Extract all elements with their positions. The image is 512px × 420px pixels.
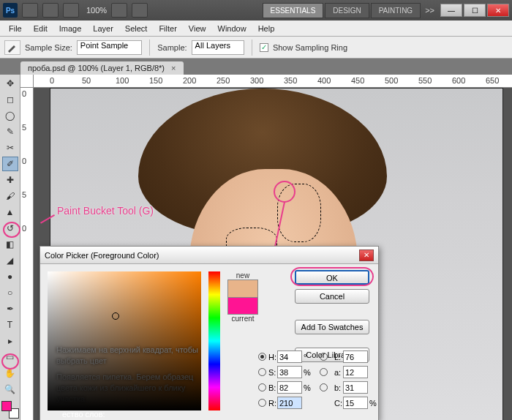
s-input[interactable] — [277, 366, 302, 378]
document-tab[interactable]: проба.psd @ 100% (Layer 1, RGB/8*) × — [20, 61, 184, 75]
color-field[interactable]: Нажимаем на верхний квадрат, чтобы выбра… — [48, 271, 201, 410]
zoom-level[interactable]: 100% — [86, 6, 107, 15]
ok-button[interactable]: OK — [295, 270, 369, 285]
ruler-vertical: 0 5 0 5 0 — [20, 88, 34, 420]
b2-radio[interactable] — [320, 383, 328, 391]
menu-help[interactable]: Help — [252, 22, 281, 35]
h-input[interactable] — [277, 350, 302, 363]
workspace-painting[interactable]: PAINTING — [371, 3, 421, 18]
divider — [252, 40, 252, 56]
add-swatches-button[interactable]: Add To Swatches — [295, 320, 369, 334]
brush-tool[interactable]: 🖌 — [2, 189, 18, 203]
dialog-title: Color Picker (Foreground Color) — [45, 251, 159, 260]
menu-bar: File Edit Image Layer Select Filter View… — [0, 20, 512, 37]
workspace-more-icon[interactable]: >> — [425, 6, 434, 15]
r-radio[interactable] — [258, 399, 266, 407]
menu-filter[interactable]: Filter — [153, 22, 182, 35]
s-radio[interactable] — [258, 368, 266, 376]
workspace-essentials[interactable]: ESSENTIALS — [263, 3, 324, 18]
eyedropper-icon[interactable] — [4, 40, 20, 55]
a-radio[interactable] — [320, 368, 328, 376]
color-field-cursor[interactable] — [112, 312, 119, 320]
sample-layers-select[interactable]: All Layers — [192, 40, 244, 55]
dialog-close-button[interactable]: ✕ — [359, 250, 374, 261]
b-input[interactable] — [277, 381, 302, 394]
status-fragment: ество слов: — [62, 410, 105, 419]
close-button[interactable]: ✕ — [487, 4, 509, 17]
hue-slider[interactable] — [208, 271, 220, 410]
cancel-button[interactable]: Cancel — [295, 289, 369, 304]
screen-mode-icon[interactable] — [132, 3, 148, 18]
menu-file[interactable]: File — [3, 22, 28, 35]
document-tab-bar: проба.psd @ 100% (Layer 1, RGB/8*) × — [0, 59, 512, 75]
current-label: current — [231, 315, 254, 323]
path-select-tool[interactable]: ▸ — [2, 334, 18, 348]
divider — [149, 40, 150, 56]
move-tool[interactable]: ✥ — [2, 76, 18, 91]
menu-image[interactable]: Image — [53, 22, 88, 35]
menu-select[interactable]: Select — [119, 22, 154, 35]
b2-input[interactable] — [343, 381, 368, 394]
marquee-tool[interactable]: ◻ — [2, 92, 18, 107]
view-extras-icon[interactable] — [63, 3, 79, 18]
color-swatches[interactable] — [1, 401, 19, 419]
minimize-button[interactable]: — — [440, 4, 462, 17]
dialog-titlebar[interactable]: Color Picker (Foreground Color) ✕ — [40, 247, 378, 264]
menu-edit[interactable]: Edit — [28, 22, 53, 35]
annotation-overlay: Нажимаем на верхний квадрат, чтобы выбра… — [56, 345, 207, 405]
history-brush-tool[interactable]: ↺ — [2, 221, 18, 236]
current-color-swatch[interactable] — [227, 297, 258, 315]
zoom-tool[interactable]: 🔍 — [2, 382, 18, 397]
ruler-horizontal: 0 50 100 150 200 250 300 350 400 450 500… — [34, 75, 512, 88]
workspace-design[interactable]: DESIGN — [325, 3, 369, 18]
dodge-tool[interactable]: ○ — [2, 285, 18, 300]
shape-tool[interactable]: ▭ — [2, 350, 18, 364]
b-radio[interactable] — [258, 383, 266, 391]
quick-select-tool[interactable]: ✎ — [2, 124, 18, 139]
paint-bucket-tool[interactable]: ◢ — [2, 253, 18, 268]
dialog-button-stack: OK Cancel Add To Swatches Color Librarie… — [295, 270, 369, 362]
mini-bridge-icon[interactable] — [42, 3, 59, 18]
stamp-tool[interactable]: ▲ — [2, 205, 18, 220]
eraser-tool[interactable]: ◧ — [2, 237, 18, 252]
pen-tool[interactable]: ✒ — [2, 301, 18, 316]
c-input[interactable] — [343, 397, 368, 409]
document-title: проба.psd @ 100% (Layer 1, RGB/8*) — [28, 64, 165, 72]
ruler-corner — [20, 75, 34, 88]
menu-window[interactable]: Window — [212, 22, 252, 35]
app-titlebar: Ps 100% ESSENTIALS DESIGN PAINTING >> — … — [0, 0, 512, 20]
foreground-color-swatch[interactable] — [1, 401, 12, 411]
type-tool[interactable]: T — [2, 318, 18, 332]
arrange-icon[interactable] — [111, 3, 127, 18]
annotation-label: Paint Bucket Tool (G) — [57, 205, 154, 217]
close-tab-icon[interactable]: × — [171, 64, 176, 72]
sample-label: Sample: — [157, 43, 187, 52]
healing-tool[interactable]: ✚ — [2, 173, 18, 187]
menu-view[interactable]: View — [183, 22, 212, 35]
lasso-tool[interactable]: ◯ — [2, 108, 18, 123]
sample-size-select[interactable]: Point Sample — [77, 40, 142, 55]
l-input[interactable] — [343, 350, 368, 363]
new-label: new — [236, 271, 249, 280]
sample-size-label: Sample Size: — [25, 43, 72, 52]
show-sampling-ring-label: Show Sampling Ring — [273, 43, 347, 52]
bridge-icon[interactable] — [22, 3, 38, 18]
new-color-swatch — [227, 280, 258, 297]
crop-tool[interactable]: ✂ — [2, 140, 18, 155]
h-radio[interactable] — [258, 353, 266, 361]
color-picker-dialog: Color Picker (Foreground Color) ✕ Нажима… — [39, 246, 379, 420]
l-radio[interactable] — [320, 353, 328, 361]
options-bar: Sample Size: Point Sample Sample: All La… — [0, 37, 512, 59]
toolbox: ✥ ◻ ◯ ✎ ✂ ✐ ✚ 🖌 ▲ ↺ ◧ ◢ ● ○ ✒ T ▸ ▭ ✋ 🔍 — [0, 75, 20, 420]
show-sampling-ring-checkbox[interactable]: ✓ — [260, 43, 268, 52]
ps-logo-icon: Ps — [3, 3, 18, 18]
a-input[interactable] — [343, 366, 368, 378]
r-input[interactable] — [277, 397, 302, 409]
color-value-grid: H:° L: S:% a: B:% b: R: C:% — [258, 350, 381, 409]
annotation-sample-circle — [274, 181, 295, 203]
maximize-button[interactable]: ☐ — [464, 4, 486, 17]
blur-tool[interactable]: ● — [2, 269, 18, 284]
hand-tool[interactable]: ✋ — [2, 366, 18, 380]
menu-layer[interactable]: Layer — [87, 22, 119, 35]
eyedropper-tool[interactable]: ✐ — [2, 157, 18, 171]
